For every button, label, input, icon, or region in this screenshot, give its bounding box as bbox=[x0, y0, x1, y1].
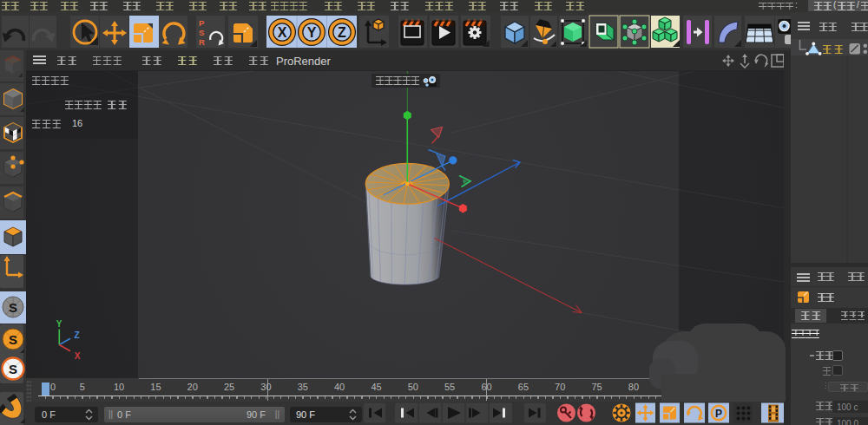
svg-text:Z: Z bbox=[338, 25, 346, 40]
svg-text:Y: Y bbox=[307, 25, 317, 40]
svg-text:S: S bbox=[9, 300, 17, 315]
svg-text:S: S bbox=[9, 332, 17, 347]
svg-text:S: S bbox=[199, 28, 204, 37]
svg-text:P: P bbox=[715, 408, 722, 420]
svg-text:X: X bbox=[75, 351, 81, 361]
svg-text:Z: Z bbox=[74, 330, 79, 340]
svg-text:P: P bbox=[199, 18, 205, 28]
svg-text:Y: Y bbox=[56, 319, 62, 329]
svg-text:X: X bbox=[278, 25, 287, 40]
svg-text:S: S bbox=[9, 362, 17, 376]
svg-text:R: R bbox=[199, 37, 205, 47]
